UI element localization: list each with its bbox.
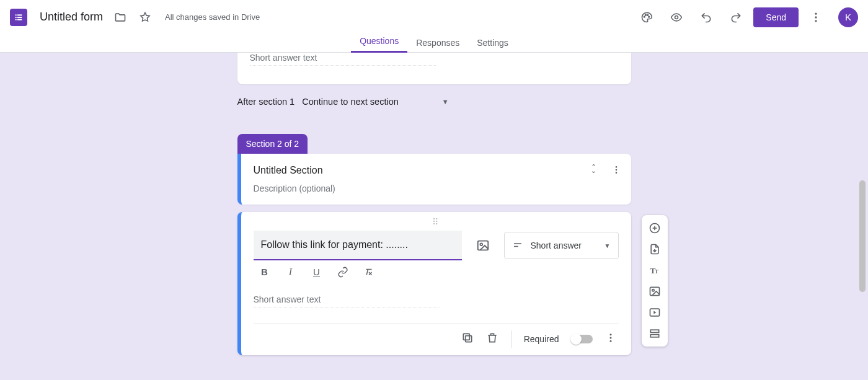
form-column: Short answer text After section 1 Contin… <box>237 53 631 355</box>
required-label: Required <box>524 334 559 344</box>
undo-icon[interactable] <box>694 5 719 30</box>
chevron-down-icon: ▼ <box>604 242 611 249</box>
chevron-down-icon: ▼ <box>442 98 449 105</box>
required-toggle[interactable] <box>572 335 593 343</box>
svg-rect-22 <box>463 334 469 340</box>
svg-point-9 <box>649 16 650 17</box>
section-badge: Section 2 of 2 <box>237 134 308 154</box>
svg-rect-5 <box>17 19 22 20</box>
svg-rect-4 <box>16 19 17 20</box>
svg-text:T: T <box>655 268 658 275</box>
svg-point-10 <box>675 15 678 19</box>
svg-rect-21 <box>465 336 471 342</box>
section-more-icon[interactable] <box>611 165 621 177</box>
svg-point-23 <box>609 334 611 335</box>
svg-point-16 <box>615 172 617 174</box>
add-image-icon[interactable] <box>472 234 494 257</box>
short-answer-preview: Short answer text <box>250 53 436 66</box>
svg-rect-1 <box>17 14 22 15</box>
question-footer: Required <box>254 324 619 349</box>
add-title-icon[interactable]: TT <box>644 261 666 280</box>
palette-icon[interactable] <box>634 5 659 30</box>
underline-icon[interactable]: U <box>309 267 324 280</box>
scrollbar[interactable] <box>858 106 867 380</box>
more-icon[interactable] <box>804 5 828 30</box>
side-toolbar: TT <box>642 215 668 347</box>
after-section-select[interactable]: Continue to next section ▼ <box>302 97 448 107</box>
import-questions-icon[interactable] <box>644 240 666 258</box>
question-type-select[interactable]: Short answer ▼ <box>504 232 619 259</box>
tabs: Questions Responses Settings <box>0 34 868 53</box>
question-more-icon[interactable] <box>605 332 616 346</box>
svg-point-14 <box>615 166 617 168</box>
header-top-row: Untitled form All changes saved in Drive… <box>0 0 868 34</box>
svg-rect-0 <box>16 14 17 15</box>
svg-point-24 <box>609 337 611 339</box>
svg-rect-31 <box>650 287 660 295</box>
svg-point-11 <box>815 12 817 14</box>
avatar[interactable]: K <box>838 7 858 27</box>
forms-logo[interactable] <box>10 9 27 26</box>
svg-point-6 <box>644 16 645 17</box>
duplicate-icon[interactable] <box>461 332 474 347</box>
svg-rect-3 <box>17 17 22 18</box>
format-toolbar: B I U <box>254 260 462 283</box>
form-title[interactable]: Untitled form <box>40 11 103 24</box>
add-question-icon[interactable] <box>644 219 666 237</box>
redo-icon[interactable] <box>724 5 748 30</box>
svg-point-25 <box>609 340 611 342</box>
svg-point-8 <box>647 14 649 15</box>
tab-questions[interactable]: Questions <box>351 36 407 53</box>
question-card[interactable]: ⠿ B I U <box>237 212 631 355</box>
svg-rect-34 <box>650 330 658 332</box>
after-section-row: After section 1 Continue to next section… <box>237 84 631 119</box>
header-actions: Send K <box>634 5 858 30</box>
section-title[interactable]: Untitled Section <box>254 165 619 176</box>
add-video-icon[interactable] <box>644 303 666 322</box>
canvas: Short answer text After section 1 Contin… <box>0 53 868 380</box>
question-input[interactable] <box>254 231 462 260</box>
svg-rect-35 <box>650 335 658 337</box>
tab-settings[interactable]: Settings <box>468 38 517 53</box>
scrollbar-thumb[interactable] <box>859 180 866 292</box>
collapse-icon[interactable]: ⌃⌃ <box>591 165 596 177</box>
svg-point-32 <box>652 289 654 291</box>
section-description[interactable]: Description (optional) <box>254 183 619 193</box>
send-button[interactable]: Send <box>753 7 799 27</box>
save-status: All changes saved in Drive <box>165 12 260 22</box>
question-type-label: Short answer <box>531 241 582 250</box>
svg-point-18 <box>480 243 482 245</box>
preview-icon[interactable] <box>664 5 689 30</box>
star-icon[interactable] <box>133 5 157 30</box>
svg-rect-17 <box>477 241 488 250</box>
svg-point-13 <box>815 20 817 22</box>
add-image-icon[interactable] <box>644 282 666 301</box>
svg-point-7 <box>645 14 647 15</box>
app-header: Untitled form All changes saved in Drive… <box>0 0 868 53</box>
folder-icon[interactable] <box>108 5 133 30</box>
svg-point-15 <box>615 169 617 171</box>
tab-responses[interactable]: Responses <box>407 38 468 53</box>
svg-rect-2 <box>16 17 17 18</box>
drag-handle-icon[interactable]: ⠿ <box>254 221 619 226</box>
after-section-value: Continue to next section <box>302 97 399 107</box>
previous-question-card: Short answer text <box>237 53 631 84</box>
italic-icon[interactable]: I <box>283 267 298 280</box>
separator <box>511 330 512 348</box>
after-section-label: After section 1 <box>237 97 295 107</box>
clear-format-icon[interactable] <box>361 267 376 280</box>
svg-point-12 <box>815 16 817 18</box>
add-section-icon[interactable] <box>644 324 666 343</box>
link-icon[interactable] <box>335 267 350 280</box>
bold-icon[interactable]: B <box>257 267 272 280</box>
delete-icon[interactable] <box>486 332 498 347</box>
section-header-card[interactable]: Untitled Section Description (optional) … <box>237 154 631 205</box>
answer-preview: Short answer text <box>254 294 440 307</box>
